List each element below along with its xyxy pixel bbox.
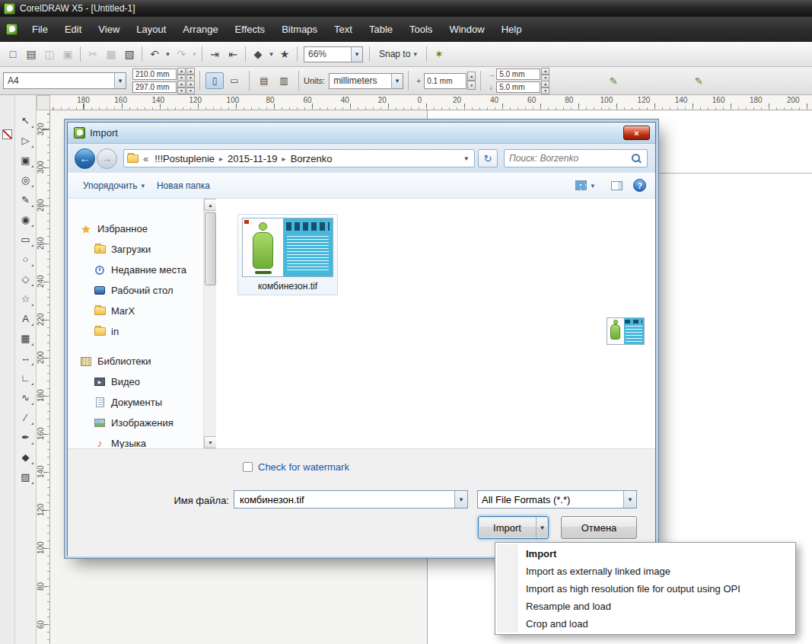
page-size-combo[interactable]: A4 ▾ — [3, 72, 126, 89]
menu-item[interactable]: Bitmaps — [273, 19, 326, 40]
sidebar-item-recent-places[interactable]: Недавние места — [68, 260, 203, 280]
filename-value[interactable]: комбинезон.tif — [234, 494, 454, 505]
redo-button[interactable]: ↷ — [172, 45, 190, 63]
menu-item[interactable]: Window — [441, 19, 492, 40]
current-page-button[interactable]: ▥ — [275, 72, 293, 89]
close-button[interactable]: × — [623, 126, 650, 140]
menu-item[interactable]: Arrange — [174, 19, 226, 40]
no-fill-swatch[interactable] — [2, 129, 12, 139]
portrait-orientation-button[interactable]: ▯ — [205, 72, 224, 89]
help-button[interactable]: ? — [633, 179, 646, 192]
duplicate-distance-x-spinner[interactable]: → 5.0 mm ▲▼ — [486, 69, 549, 80]
redo-dropdown-arrow[interactable]: ▾ — [190, 45, 199, 63]
menu-item[interactable]: Text — [326, 19, 361, 40]
menu-item-import[interactable]: Import — [497, 545, 794, 563]
spinner-arrows[interactable]: ▲▼ — [186, 81, 195, 94]
sidebar-item-downloads[interactable]: Загрузки — [68, 239, 203, 260]
breadcrumb-overflow-chevron[interactable]: « — [143, 153, 148, 164]
filename-combo[interactable]: комбинезон.tif ▾ — [234, 490, 468, 509]
page-height-value[interactable]: 297.0 mm — [132, 81, 177, 93]
scroll-down-icon[interactable]: ▼ — [204, 436, 217, 448]
dialog-title-bar[interactable]: Import × — [68, 123, 655, 144]
ellipse-tool[interactable]: ○ — [18, 250, 34, 267]
sidebar-item-desktop[interactable]: Рабочий стол — [68, 280, 203, 301]
menu-item-import-linked[interactable]: Import as externally linked image — [497, 563, 794, 580]
application-launcher-button[interactable]: ◆ — [249, 45, 267, 63]
spinner-arrows[interactable]: ▲▼ — [177, 68, 186, 81]
page-height-spinner[interactable]: 297.0 mm ▲▼ ▲▼ — [132, 81, 195, 93]
organize-dropdown[interactable]: Упорядочить ▾ — [77, 177, 151, 194]
search-icon[interactable] — [632, 154, 642, 164]
import-options-arrow[interactable]: ▾ — [536, 517, 548, 538]
scroll-up-icon[interactable]: ▲ — [204, 199, 217, 211]
landscape-orientation-button[interactable]: ▭ — [225, 72, 244, 89]
menu-item-crop-and-load[interactable]: Crop and load — [497, 615, 794, 633]
spinner-arrows[interactable]: ▲▼ — [177, 81, 186, 94]
duplicate-x-value[interactable]: 5.0 mm — [496, 69, 540, 80]
breadcrumb[interactable]: « !!!Postuplenie ▸ 2015-11-19 ▸ Borzenko… — [123, 149, 475, 167]
open-button[interactable]: ▤ — [22, 45, 40, 63]
chevron-right-icon[interactable]: ▸ — [218, 155, 224, 163]
separator[interactable] — [297, 46, 298, 62]
watermark-label[interactable]: Check for watermark — [258, 461, 349, 473]
chevron-right-icon[interactable]: ▸ — [281, 155, 288, 163]
print-button[interactable]: ▣ — [59, 45, 77, 63]
all-pages-button[interactable]: ▤ — [255, 72, 273, 89]
undo-dropdown-arrow[interactable]: ▾ — [164, 45, 172, 63]
refresh-button[interactable]: ↻ — [478, 149, 498, 167]
menu-item-resample-and-load[interactable]: Resample and load — [497, 598, 794, 615]
pick-tool[interactable]: ↖ — [18, 112, 34, 129]
sidebar-scrollbar[interactable]: ▲ ▼ — [203, 199, 216, 448]
pen-settings-icon[interactable]: ✎ — [604, 72, 623, 90]
cancel-button[interactable]: Отмена — [561, 516, 637, 539]
menu-item-import-opi[interactable]: Import as high resolution file for outpu… — [497, 580, 794, 598]
sidebar-item-music[interactable]: ♪ Музыка — [68, 433, 203, 448]
new-folder-button[interactable]: Новая папка — [151, 177, 216, 194]
export-button[interactable]: ⇤ — [224, 45, 242, 63]
eyedropper-tool[interactable]: ∕ — [18, 409, 34, 426]
spinner-arrows[interactable]: ▲▼ — [541, 81, 549, 94]
chevron-down-icon[interactable]: ▾ — [391, 74, 403, 88]
paste-button[interactable]: ▧ — [120, 45, 139, 63]
separator[interactable] — [245, 46, 246, 62]
coreldraw-app-icon[interactable] — [6, 24, 18, 35]
menu-item[interactable]: View — [90, 19, 128, 40]
chevron-down-icon[interactable]: ▾ — [114, 73, 126, 88]
connector-tool[interactable]: ∟ — [18, 369, 34, 386]
separator[interactable] — [80, 46, 81, 62]
duplicate-y-value[interactable]: 5.0 mm — [496, 81, 540, 93]
menu-item[interactable]: File — [24, 19, 56, 40]
welcome-screen-button[interactable]: ★ — [275, 45, 294, 63]
file-format-combo[interactable]: All File Formats (*.*) ▾ — [477, 490, 637, 509]
breadcrumb-segment[interactable]: 2015-11-19 — [224, 153, 281, 164]
vertical-ruler[interactable]: 3203002802602402202001801601401201008060 — [37, 110, 50, 644]
separator[interactable] — [202, 46, 202, 62]
scrollbar-thumb[interactable] — [205, 212, 216, 285]
shape-tool[interactable]: ▷ — [18, 132, 34, 148]
sidebar-item-libraries[interactable]: Библиотеки — [68, 351, 203, 371]
separator[interactable] — [142, 46, 142, 62]
outline-pen-tool[interactable]: ✒ — [18, 429, 34, 445]
smart-fill-tool[interactable]: ◉ — [18, 211, 34, 228]
spinner-arrows[interactable]: ▲▼ — [186, 68, 195, 81]
menu-item[interactable]: Layout — [128, 19, 174, 40]
units-combo[interactable]: millimeters ▾ — [329, 73, 403, 89]
menu-item[interactable]: Help — [493, 19, 530, 40]
search-box[interactable] — [504, 149, 648, 167]
sidebar-item-pictures[interactable]: Изображения — [68, 413, 203, 433]
chevron-down-icon[interactable]: ▾ — [454, 491, 467, 508]
sidebar-item-in[interactable]: in — [68, 321, 203, 342]
dimension-tool[interactable]: ↔ — [18, 349, 34, 366]
search-input[interactable] — [505, 153, 632, 164]
menu-item[interactable]: Tools — [401, 19, 441, 40]
duplicate-distance-y-spinner[interactable]: ↓ 5.0 mm ▲▼ — [486, 81, 549, 93]
basic-shapes-tool[interactable]: ☆ — [18, 290, 34, 307]
forward-button[interactable]: → — [97, 148, 117, 169]
blend-tool[interactable]: ∿ — [18, 389, 34, 406]
import-button[interactable]: Import — [479, 522, 536, 534]
ruler-origin-button[interactable] — [37, 95, 50, 110]
check-for-watermark-checkbox[interactable] — [243, 462, 253, 472]
spinner-arrows[interactable]: ▲▼ — [541, 68, 549, 81]
preview-pane-icon[interactable] — [611, 181, 623, 190]
cut-button[interactable]: ✂ — [84, 45, 102, 63]
